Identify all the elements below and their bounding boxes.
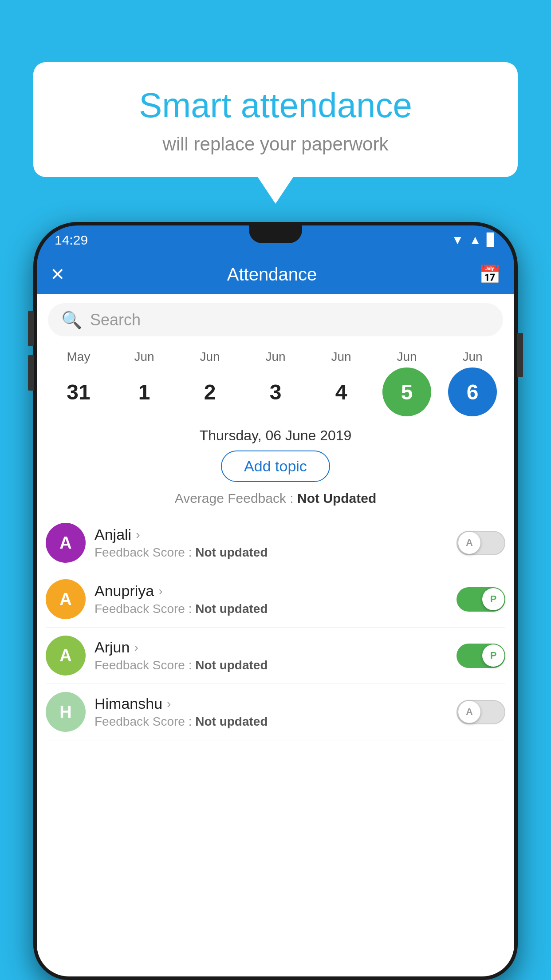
search-icon: 🔍 (61, 310, 82, 330)
student-name[interactable]: Anjali › (94, 526, 457, 543)
signal-icon: ▲ (469, 233, 481, 247)
battery-icon: ▊ (487, 233, 496, 247)
close-button[interactable]: ✕ (50, 264, 65, 285)
search-bar[interactable]: 🔍 Search (48, 303, 503, 336)
bubble-tail (258, 177, 293, 204)
cal-date-label: 2 (185, 368, 234, 416)
cal-date-label: 6 (448, 368, 497, 416)
bubble-title: Smart attendance (60, 87, 491, 125)
cal-date-label: 3 (251, 368, 300, 416)
student-feedback-score: Feedback Score : Not updated (94, 658, 457, 672)
toggle-knob: A (458, 532, 480, 554)
cal-month-label: Jun (200, 350, 220, 364)
toggle-knob: P (482, 588, 504, 610)
cal-day-0[interactable]: May31 (47, 350, 110, 416)
wifi-icon: ▼ (452, 233, 464, 247)
toggle-knob: P (482, 644, 504, 667)
cal-month-label: Jun (134, 350, 154, 364)
cal-day-5[interactable]: Jun5 (376, 350, 438, 416)
status-icons: ▼ ▲ ▊ (452, 233, 496, 247)
cal-day-2[interactable]: Jun2 (179, 350, 241, 416)
student-name[interactable]: Himanshu › (94, 695, 457, 712)
student-name[interactable]: Arjun › (94, 639, 457, 656)
bubble-subtitle: will replace your paperwork (60, 134, 491, 155)
student-list: AAnjali ›Feedback Score : Not updatedAAA… (37, 515, 514, 740)
cal-day-1[interactable]: Jun1 (113, 350, 175, 416)
cal-day-6[interactable]: Jun6 (441, 350, 504, 416)
attendance-toggle[interactable]: P (457, 587, 505, 612)
student-item: HHimanshu ›Feedback Score : Not updatedA (46, 684, 505, 740)
cal-month-label: May (67, 350, 91, 364)
attendance-toggle[interactable]: P (457, 644, 505, 668)
screen-content: 🔍 Search May31Jun1Jun2Jun3Jun4Jun5Jun6 T… (37, 294, 514, 976)
selected-date-label: Thursday, 06 June 2019 (37, 416, 514, 450)
cal-day-3[interactable]: Jun3 (244, 350, 307, 416)
app-title: Attendance (74, 265, 470, 285)
student-avatar: A (46, 636, 86, 676)
student-item: AAnupriya ›Feedback Score : Not updatedP (46, 571, 505, 628)
cal-date-label: 31 (54, 368, 103, 416)
search-placeholder: Search (90, 311, 141, 329)
cal-day-4[interactable]: Jun4 (310, 350, 372, 416)
student-avatar: A (46, 523, 86, 563)
cal-month-label: Jun (331, 350, 351, 364)
cal-date-label: 1 (120, 368, 169, 416)
volume-down-button[interactable] (28, 355, 34, 391)
calendar-strip: May31Jun1Jun2Jun3Jun4Jun5Jun6 (37, 345, 514, 416)
cal-date-label: 4 (317, 368, 366, 416)
status-bar: 14:29 ▼ ▲ ▊ (37, 225, 514, 254)
student-feedback-score: Feedback Score : Not updated (94, 545, 457, 560)
phone-screen: 14:29 ▼ ▲ ▊ ✕ Attendance 📅 🔍 Search May3… (37, 225, 514, 976)
calendar-button[interactable]: 📅 (479, 264, 501, 285)
student-avatar: H (46, 692, 86, 732)
speech-bubble-container: Smart attendance will replace your paper… (33, 62, 518, 204)
student-avatar: A (46, 579, 86, 619)
cal-month-label: Jun (462, 350, 482, 364)
power-button[interactable] (517, 333, 523, 377)
student-feedback-score: Feedback Score : Not updated (94, 602, 457, 616)
toggle-knob: A (458, 701, 480, 723)
student-info: Arjun ›Feedback Score : Not updated (94, 639, 457, 672)
cal-date-label: 5 (382, 368, 431, 416)
student-item: AAnjali ›Feedback Score : Not updatedA (46, 515, 505, 571)
avg-feedback-value: Not Updated (297, 491, 376, 506)
chevron-right-icon: › (136, 528, 140, 542)
avg-feedback: Average Feedback : Not Updated (37, 491, 514, 506)
avg-feedback-label: Average Feedback : (175, 491, 294, 506)
cal-month-label: Jun (265, 350, 285, 364)
student-info: Anupriya ›Feedback Score : Not updated (94, 582, 457, 616)
student-feedback-score: Feedback Score : Not updated (94, 715, 457, 729)
cal-month-label: Jun (397, 350, 417, 364)
student-info: Anjali ›Feedback Score : Not updated (94, 526, 457, 560)
student-name[interactable]: Anupriya › (94, 582, 457, 600)
phone-frame: 14:29 ▼ ▲ ▊ ✕ Attendance 📅 🔍 Search May3… (33, 222, 518, 980)
volume-up-button[interactable] (28, 311, 34, 346)
attendance-toggle[interactable]: A (457, 531, 505, 555)
student-info: Himanshu ›Feedback Score : Not updated (94, 695, 457, 729)
student-item: AArjun ›Feedback Score : Not updatedP (46, 628, 505, 684)
attendance-toggle[interactable]: A (457, 700, 505, 724)
chevron-right-icon: › (167, 697, 171, 711)
add-topic-button[interactable]: Add topic (221, 450, 330, 482)
speech-bubble: Smart attendance will replace your paper… (33, 62, 518, 177)
chevron-right-icon: › (158, 584, 162, 598)
phone-notch (249, 225, 302, 243)
status-time: 14:29 (55, 233, 88, 248)
chevron-right-icon: › (134, 640, 138, 655)
app-bar: ✕ Attendance 📅 (37, 254, 514, 294)
